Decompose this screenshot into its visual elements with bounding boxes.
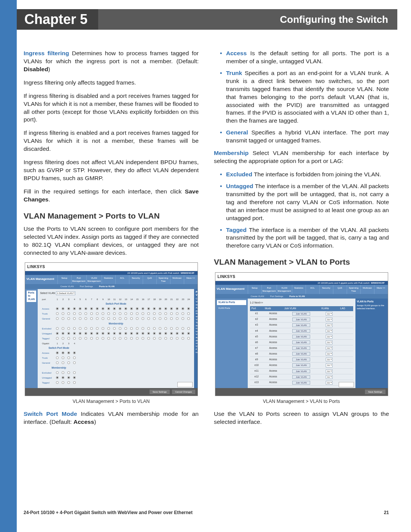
port-radio[interactable]: [73, 337, 76, 340]
port-radio[interactable]: [182, 312, 184, 315]
port-radio[interactable]: [130, 327, 133, 330]
port-radio[interactable]: [56, 307, 59, 310]
port-radio[interactable]: [113, 327, 116, 330]
vlans-select[interactable]: 1U: [326, 369, 333, 373]
port-radio[interactable]: [56, 361, 59, 364]
port-radio[interactable]: [62, 356, 64, 359]
nav-tab[interactable]: Security: [129, 275, 143, 284]
save-settings-button[interactable]: Save Settings: [365, 390, 385, 394]
nav-tab[interactable]: Multicast: [170, 275, 184, 284]
join-vlan-button[interactable]: Join VLAN: [292, 381, 310, 385]
port-radio[interactable]: [159, 312, 161, 315]
port-radio[interactable]: [164, 312, 167, 315]
port-radio[interactable]: [96, 327, 99, 330]
port-radio[interactable]: [164, 307, 167, 310]
port-radio[interactable]: [153, 327, 156, 330]
port-radio[interactable]: [79, 307, 81, 310]
vlans-select[interactable]: 1U: [326, 358, 333, 361]
port-radio[interactable]: [79, 327, 81, 330]
nav-tab[interactable]: QoS: [333, 285, 347, 294]
port-radio[interactable]: [164, 332, 167, 335]
port-radio[interactable]: [170, 307, 173, 310]
port-radio[interactable]: [153, 307, 156, 310]
nav-tab[interactable]: Spanning Tree: [347, 285, 360, 294]
port-radio[interactable]: [176, 337, 178, 340]
nav-tab[interactable]: Statistics: [292, 285, 306, 294]
port-radio[interactable]: [90, 312, 93, 315]
select-vlan-dropdown[interactable]: 1 Default VLAN: [56, 291, 75, 295]
nav-subtab[interactable]: Ports to VLAN: [96, 285, 118, 288]
port-radio[interactable]: [62, 376, 64, 379]
port-radio[interactable]: [159, 327, 161, 330]
join-vlan-button[interactable]: Join VLAN: [292, 375, 310, 379]
port-radio[interactable]: [62, 312, 64, 315]
port-radio[interactable]: [56, 332, 59, 335]
vlans-select[interactable]: 1U: [326, 323, 333, 327]
port-radio[interactable]: [130, 317, 133, 320]
port-radio[interactable]: [119, 327, 121, 330]
port-radio[interactable]: [142, 307, 144, 310]
port-radio[interactable]: [56, 371, 59, 374]
nav-tab[interactable]: Multicast: [360, 285, 374, 294]
port-radio[interactable]: [147, 337, 150, 340]
port-radio[interactable]: [187, 337, 190, 340]
port-radio[interactable]: [182, 317, 184, 320]
port-radio[interactable]: [159, 332, 161, 335]
vlans-select[interactable]: 1U: [326, 312, 333, 316]
port-radio[interactable]: [56, 356, 59, 359]
port-radio[interactable]: [170, 312, 173, 315]
port-radio[interactable]: [96, 332, 99, 335]
port-radio[interactable]: [142, 327, 144, 330]
port-radio[interactable]: [67, 327, 70, 330]
port-radio[interactable]: [170, 327, 173, 330]
vlans-select[interactable]: 1U: [326, 352, 333, 356]
join-vlan-button[interactable]: Join VLAN: [292, 358, 310, 361]
nav-subtab[interactable]: Port Settings: [267, 295, 286, 298]
pager-text[interactable]: 1-2 Next>>: [250, 301, 353, 304]
port-radio[interactable]: [119, 317, 121, 320]
join-vlan-button[interactable]: Join VLAN: [292, 312, 310, 316]
port-radio[interactable]: [67, 371, 70, 374]
port-radio[interactable]: [119, 307, 121, 310]
port-radio[interactable]: [136, 307, 139, 310]
join-vlan-button[interactable]: Join VLAN: [292, 323, 310, 327]
port-radio[interactable]: [67, 332, 70, 335]
nav-tab[interactable]: More >>: [374, 285, 388, 294]
port-radio[interactable]: [124, 307, 127, 310]
nav-tab[interactable]: VLAN Management: [277, 285, 292, 294]
join-vlan-button[interactable]: Join VLAN: [292, 335, 310, 339]
sidebar-active-item[interactable]: VLAN to Ports: [217, 300, 246, 305]
port-radio[interactable]: [62, 307, 64, 310]
port-radio[interactable]: [182, 337, 184, 340]
port-radio[interactable]: [124, 327, 127, 330]
nav-tab[interactable]: Port Management: [261, 285, 277, 294]
port-radio[interactable]: [56, 337, 59, 340]
port-radio[interactable]: [84, 317, 87, 320]
vlans-select[interactable]: 1U: [326, 375, 333, 379]
port-radio[interactable]: [90, 327, 93, 330]
join-vlan-button[interactable]: Join VLAN: [292, 352, 310, 356]
port-radio[interactable]: [176, 307, 178, 310]
port-radio[interactable]: [56, 376, 59, 379]
port-radio[interactable]: [73, 371, 76, 374]
join-vlan-button[interactable]: Join VLAN: [292, 369, 310, 373]
port-radio[interactable]: [142, 332, 144, 335]
nav-tab[interactable]: Setup: [57, 275, 71, 284]
port-radio[interactable]: [56, 351, 59, 354]
nav-tab[interactable]: ACL: [115, 275, 129, 284]
sidebar-sub-item[interactable]: VLAN Ports: [217, 306, 246, 310]
port-radio[interactable]: [187, 312, 190, 315]
port-radio[interactable]: [130, 332, 133, 335]
nav-subtab[interactable]: Port Settings: [77, 285, 96, 288]
port-radio[interactable]: [147, 317, 150, 320]
join-vlan-button[interactable]: Join VLAN: [292, 329, 310, 333]
port-radio[interactable]: [73, 351, 76, 354]
port-radio[interactable]: [90, 332, 93, 335]
port-radio[interactable]: [159, 337, 161, 340]
port-radio[interactable]: [62, 317, 64, 320]
port-radio[interactable]: [130, 312, 133, 315]
join-vlan-button[interactable]: Join VLAN: [292, 318, 310, 321]
port-radio[interactable]: [79, 337, 81, 340]
port-radio[interactable]: [187, 327, 190, 330]
port-radio[interactable]: [182, 332, 184, 335]
